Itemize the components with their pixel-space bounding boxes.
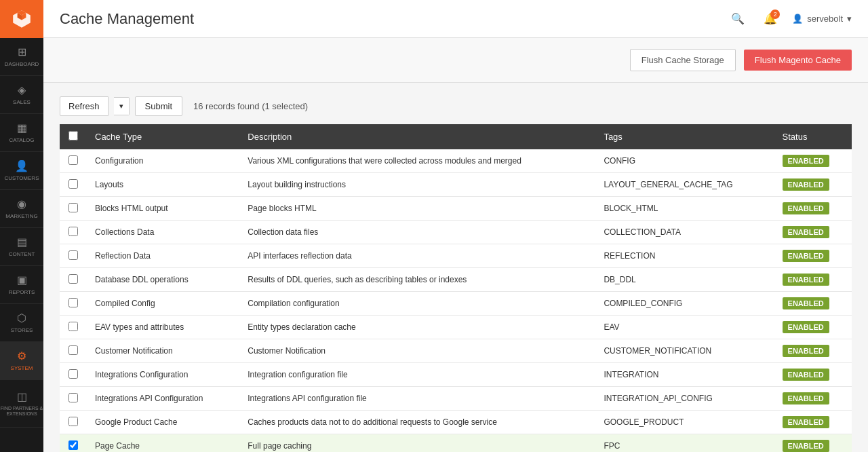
status-badge: ENABLED: [783, 250, 829, 262]
table-row: EAV types and attributes Entity types de…: [60, 316, 852, 339]
status-badge: ENABLED: [783, 178, 829, 191]
cache-type-cell: Reflection Data: [87, 244, 239, 268]
sidebar-item-catalog-label: CATALOG: [9, 137, 34, 144]
sidebar-item-content[interactable]: ▤ CONTENT: [0, 228, 43, 266]
row-checkbox-cell: [60, 268, 87, 292]
description-cell: Collection data files: [239, 221, 595, 244]
marketing-icon: ◉: [17, 197, 26, 210]
description-cell: Various XML configurations that were col…: [239, 149, 595, 173]
sidebar-item-system[interactable]: ⚙ SYSTEM: [0, 342, 43, 380]
tags-cell: LAYOUT_GENERAL_CACHE_TAG: [595, 173, 774, 197]
sidebar-item-customers[interactable]: 👤 CUSTOMERS: [0, 152, 43, 190]
reports-icon: ▣: [17, 274, 27, 286]
description-cell: Compilation configuration: [239, 292, 595, 316]
status-cell: ENABLED: [774, 173, 852, 197]
submit-button[interactable]: Submit: [135, 96, 182, 116]
sidebar-item-reports[interactable]: ▣ REPORTS: [0, 266, 43, 304]
content-area: Refresh ▾ Submit 16 records found (1 sel…: [43, 83, 868, 452]
catalog-icon: ▦: [17, 121, 27, 134]
cache-type-cell: Customer Notification: [87, 339, 239, 363]
search-button[interactable]: 🔍: [727, 8, 749, 30]
row-checkbox-cell: [60, 244, 87, 268]
tags-cell: CUSTOMER_NOTIFICATION: [595, 339, 774, 363]
table-row: Blocks HTML output Page blocks HTML BLOC…: [60, 197, 852, 221]
row-checkbox-cell: [60, 292, 87, 316]
search-icon: 🔍: [731, 12, 745, 25]
table-row: Compiled Config Compilation configuratio…: [60, 292, 852, 316]
row-checkbox-11[interactable]: [68, 393, 78, 402]
status-badge: ENABLED: [783, 440, 829, 452]
cache-type-cell: EAV types and attributes: [87, 316, 239, 339]
cache-type-cell: Compiled Config: [87, 292, 239, 316]
row-checkbox-cell: [60, 149, 87, 173]
tags-cell: INTEGRATION_API_CONFIG: [595, 387, 774, 411]
refresh-dropdown-button[interactable]: ▾: [114, 97, 130, 115]
row-checkbox-13[interactable]: [68, 440, 78, 450]
system-icon: ⚙: [17, 350, 26, 362]
table-row: Collections Data Collection data files C…: [60, 221, 852, 244]
header-right: 🔍 🔔 2 👤 servebolt ▾: [727, 8, 852, 30]
tags-cell: GOOGLE_PRODUCT: [595, 411, 774, 434]
row-checkbox-8[interactable]: [68, 322, 78, 331]
sidebar-item-dashboard-label: DASHBOARD: [5, 61, 39, 68]
status-cell: ENABLED: [774, 387, 852, 411]
row-checkbox-cell: [60, 434, 87, 453]
flush-magento-cache-button[interactable]: Flush Magento Cache: [744, 50, 852, 71]
flush-cache-storage-button[interactable]: Flush Cache Storage: [630, 49, 736, 71]
row-checkbox-10[interactable]: [68, 369, 78, 379]
sidebar-item-dashboard[interactable]: ⊞ DASHBOARD: [0, 38, 43, 76]
description-cell: API interfaces reflection data: [239, 244, 595, 268]
sales-icon: ◈: [18, 83, 26, 96]
sidebar-item-find-partners[interactable]: ◫ FIND PARTNERS & EXTENSIONS: [0, 380, 43, 428]
status-badge: ENABLED: [783, 155, 829, 167]
row-checkbox-5[interactable]: [68, 250, 78, 260]
row-checkbox-12[interactable]: [68, 417, 78, 426]
find-partners-icon: ◫: [17, 390, 27, 403]
user-menu[interactable]: 👤 servebolt ▾: [792, 14, 852, 24]
page-title: Cache Management: [60, 10, 194, 28]
row-checkbox-1[interactable]: [68, 155, 78, 165]
sidebar-item-customers-label: CUSTOMERS: [5, 175, 39, 182]
status-badge: ENABLED: [783, 202, 829, 214]
sidebar-item-content-label: CONTENT: [9, 251, 35, 258]
status-cell: ENABLED: [774, 292, 852, 316]
logo[interactable]: [0, 0, 43, 38]
status-badge: ENABLED: [783, 416, 829, 428]
description-cell: Integrations API configuration file: [239, 387, 595, 411]
select-all-checkbox[interactable]: [68, 131, 78, 140]
sidebar-item-sales[interactable]: ◈ SALES: [0, 76, 43, 114]
row-checkbox-cell: [60, 387, 87, 411]
cache-type-cell: Integrations API Configuration: [87, 387, 239, 411]
status-badge: ENABLED: [783, 226, 829, 238]
row-checkbox-4[interactable]: [68, 227, 78, 236]
toolbar: Refresh ▾ Submit 16 records found (1 sel…: [60, 96, 852, 116]
table-row: Page Cache Full page caching FPC ENABLED: [60, 434, 852, 453]
tags-cell: EAV: [595, 316, 774, 339]
sidebar-item-marketing-label: MARKETING: [5, 213, 38, 220]
row-checkbox-cell: [60, 363, 87, 387]
main-content: Cache Management 🔍 🔔 2 👤 servebolt ▾ Flu…: [43, 0, 868, 452]
sidebar-item-marketing[interactable]: ◉ MARKETING: [0, 190, 43, 228]
refresh-button[interactable]: Refresh: [60, 96, 108, 116]
sidebar: ⊞ DASHBOARD ◈ SALES ▦ CATALOG 👤 CUSTOMER…: [0, 0, 43, 452]
row-checkbox-3[interactable]: [68, 203, 78, 212]
sidebar-item-stores[interactable]: ⬡ STORES: [0, 304, 43, 342]
sidebar-item-catalog[interactable]: ▦ CATALOG: [0, 114, 43, 152]
tags-cell: INTEGRATION: [595, 363, 774, 387]
user-dropdown-icon: ▾: [847, 14, 852, 24]
cache-type-cell: Integrations Configuration: [87, 363, 239, 387]
description-cell: Full page caching: [239, 434, 595, 453]
row-checkbox-9[interactable]: [68, 345, 78, 355]
row-checkbox-7[interactable]: [68, 298, 78, 307]
tags-cell: BLOCK_HTML: [595, 197, 774, 221]
row-checkbox-6[interactable]: [68, 274, 78, 284]
status-badge: ENABLED: [783, 274, 829, 286]
cache-type-cell: Blocks HTML output: [87, 197, 239, 221]
notifications-button[interactable]: 🔔 2: [760, 8, 781, 30]
table-row: Customer Notification Customer Notificat…: [60, 339, 852, 363]
table-row: Reflection Data API interfaces reflectio…: [60, 244, 852, 268]
row-checkbox-2[interactable]: [68, 179, 78, 189]
tags-cell: COMPILED_CONFIG: [595, 292, 774, 316]
sidebar-item-reports-label: REPORTS: [9, 289, 35, 296]
status-badge: ENABLED: [783, 369, 829, 381]
